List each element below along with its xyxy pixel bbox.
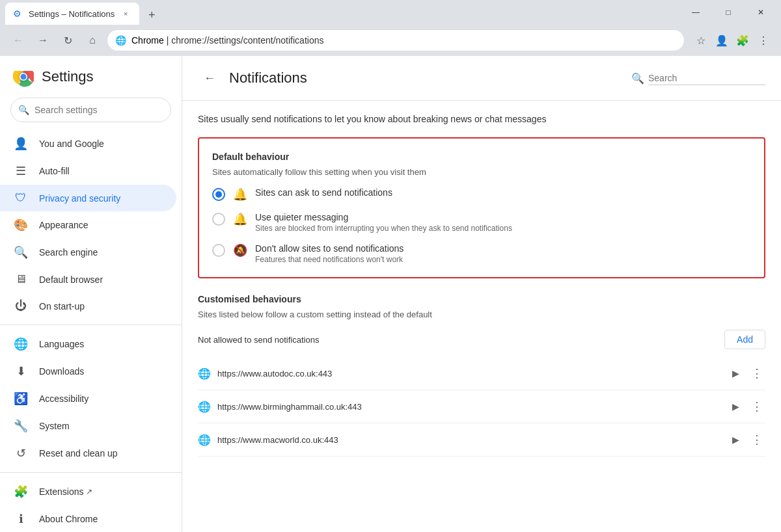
not-allowed-label: Not allowed to send notifications: [198, 335, 319, 345]
bell-icon-quieter: 🔔: [233, 212, 247, 226]
site-globe-icon-1: 🌐: [198, 401, 211, 413]
site-row-2: 🌐 https://www.macworld.co.uk:443 ▶ ⋮: [198, 423, 765, 457]
site-globe-icon-2: 🌐: [198, 434, 211, 446]
site-globe-icon-0: 🌐: [198, 367, 211, 380]
sidebar-header: Settings: [0, 56, 182, 98]
sidebar-search-input[interactable]: [10, 98, 171, 122]
sidebar-item-downloads[interactable]: ⬇ Downloads: [0, 358, 176, 385]
default-behaviour-title: Default behaviour: [212, 152, 751, 162]
search-wrap: 🔍: [10, 98, 171, 122]
sidebar-divider-2: [0, 472, 182, 473]
site-row-0: 🌐 https://www.autodoc.co.uk:443 ▶ ⋮: [198, 357, 765, 390]
sidebar-label-privacy-security: Privacy and security: [39, 193, 120, 204]
address-path: chrome://settings/content/notifications: [171, 35, 323, 46]
address-favicon: 🌐: [115, 35, 126, 46]
radio-sublabel-block: Features that need notifications won't w…: [255, 255, 751, 264]
site-arrow-2[interactable]: ▶: [730, 432, 742, 447]
radio-text-quieter: Use quieter messaging Sites are blocked …: [255, 212, 751, 233]
radio-option-quieter: 🔔 Use quieter messaging Sites are blocke…: [212, 212, 751, 233]
extensions-label-wrap: Extensions ↗: [39, 486, 92, 497]
sidebar-label-about-chrome: About Chrome: [39, 514, 98, 524]
radio-quieter[interactable]: [212, 213, 225, 226]
radio-block[interactable]: [212, 244, 225, 257]
window-controls: — □ ✕: [681, 2, 776, 23]
close-button[interactable]: ✕: [746, 2, 776, 23]
tab-close-button[interactable]: ×: [120, 8, 131, 20]
download-icon: ⬇: [13, 364, 29, 379]
bell-icon-ask: 🔔: [233, 187, 247, 202]
customised-title: Customised behaviours: [198, 294, 765, 304]
settings-title: Settings: [42, 68, 94, 85]
shield-icon: 🛡: [13, 191, 29, 205]
active-tab[interactable]: ⚙ Settings – Notifications ×: [5, 3, 139, 25]
sidebar-item-appearance[interactable]: 🎨 Appearance: [0, 211, 176, 239]
notifications-title: Notifications: [229, 70, 623, 86]
forward-nav-button[interactable]: →: [33, 30, 53, 51]
reset-icon: ↺: [13, 446, 29, 460]
address-bar[interactable]: 🌐 Chrome | chrome://settings/content/not…: [107, 29, 685, 51]
sidebar-label-system: System: [39, 421, 70, 431]
radio-text-ask: Sites can ask to send notifications: [255, 187, 751, 198]
sidebar-label-autofill: Auto-fill: [39, 166, 70, 176]
notifications-body: Sites usually send notifications to let …: [182, 101, 781, 470]
customised-desc: Sites listed below follow a custom setti…: [198, 310, 765, 319]
sidebar-item-reset-clean[interactable]: ↺ Reset and clean up: [0, 440, 176, 467]
sidebar-label-you-and-google: You and Google: [39, 139, 104, 149]
notifications-header: ← Notifications 🔍: [182, 56, 781, 101]
external-link-icon: ↗: [86, 487, 92, 496]
notifications-back-button[interactable]: ←: [198, 66, 221, 90]
sidebar-label-languages: Languages: [39, 339, 84, 349]
address-text: Chrome | chrome://settings/content/notif…: [131, 35, 676, 46]
sidebar-item-system[interactable]: 🔧 System: [0, 412, 176, 440]
sidebar-item-on-startup[interactable]: ⏻ On start-up: [0, 293, 176, 319]
search-engine-icon: 🔍: [13, 245, 29, 259]
radio-label-quieter: Use quieter messaging: [255, 212, 751, 222]
back-nav-button[interactable]: ←: [8, 30, 29, 51]
tab-bar: ⚙ Settings – Notifications × +: [5, 0, 161, 25]
home-button[interactable]: ⌂: [82, 30, 103, 51]
sidebar-item-autofill[interactable]: ☰ Auto-fill: [0, 157, 176, 185]
notifications-search-input[interactable]: [648, 72, 765, 85]
sidebar-item-accessibility[interactable]: ♿ Accessibility: [0, 385, 176, 412]
autofill-icon: ☰: [13, 164, 29, 178]
radio-ask[interactable]: [212, 188, 225, 201]
sidebar-item-privacy-security[interactable]: 🛡 Privacy and security: [0, 185, 176, 211]
site-more-1[interactable]: ⋮: [748, 397, 765, 416]
reload-button[interactable]: ↻: [57, 30, 78, 51]
default-behaviour-desc: Sites automatically follow this setting …: [212, 167, 751, 177]
site-url-1: https://www.birminghammail.co.uk:443: [217, 402, 723, 412]
sidebar-item-search-engine[interactable]: 🔍 Search engine: [0, 239, 176, 266]
site-more-0[interactable]: ⋮: [748, 364, 765, 383]
notifications-description: Sites usually send notifications to let …: [198, 114, 765, 124]
sidebar-item-about-chrome[interactable]: ℹ About Chrome: [0, 505, 176, 532]
bookmark-icon[interactable]: ☆: [691, 31, 711, 50]
extensions-icon[interactable]: 🧩: [733, 31, 752, 50]
browser-icon: 🖥: [13, 273, 29, 286]
sidebar-divider-1: [0, 325, 182, 325]
sidebar-nav: 👤 You and Google ☰ Auto-fill 🛡 Privacy a…: [0, 127, 182, 532]
sidebar-item-extensions[interactable]: 🧩 Extensions ↗: [0, 478, 176, 505]
menu-icon[interactable]: ⋮: [754, 31, 773, 50]
toolbar-icons: ☆ 👤 🧩 ⋮: [691, 31, 773, 50]
profile-actions-icon[interactable]: 👤: [712, 31, 732, 50]
sidebar-item-languages[interactable]: 🌐 Languages: [0, 330, 176, 358]
sidebar-item-you-and-google[interactable]: 👤 You and Google: [0, 130, 176, 157]
bell-off-icon: 🔕: [233, 243, 247, 258]
extensions-sidebar-icon: 🧩: [13, 485, 29, 499]
site-more-2[interactable]: ⋮: [748, 430, 765, 449]
maximize-button[interactable]: □: [713, 2, 743, 23]
minimize-button[interactable]: —: [681, 2, 711, 23]
add-site-button[interactable]: Add: [724, 330, 765, 349]
site-arrow-1[interactable]: ▶: [730, 399, 742, 414]
sidebar-item-default-browser[interactable]: 🖥 Default browser: [0, 266, 176, 293]
sidebar-label-downloads: Downloads: [39, 366, 84, 377]
startup-icon: ⏻: [13, 299, 29, 313]
site-arrow-0[interactable]: ▶: [730, 366, 742, 381]
new-tab-button[interactable]: +: [142, 5, 161, 25]
site-url-0: https://www.autodoc.co.uk:443: [217, 369, 723, 379]
radio-sublabel-quieter: Sites are blocked from interrupting you …: [255, 224, 751, 233]
accessibility-icon: ♿: [13, 392, 29, 406]
browser-window: ⚙ Settings – Notifications × + — □ ✕ ← →…: [0, 0, 781, 532]
radio-label-block: Don't allow sites to send notifications: [255, 243, 751, 254]
radio-option-ask: 🔔 Sites can ask to send notifications: [212, 187, 751, 202]
